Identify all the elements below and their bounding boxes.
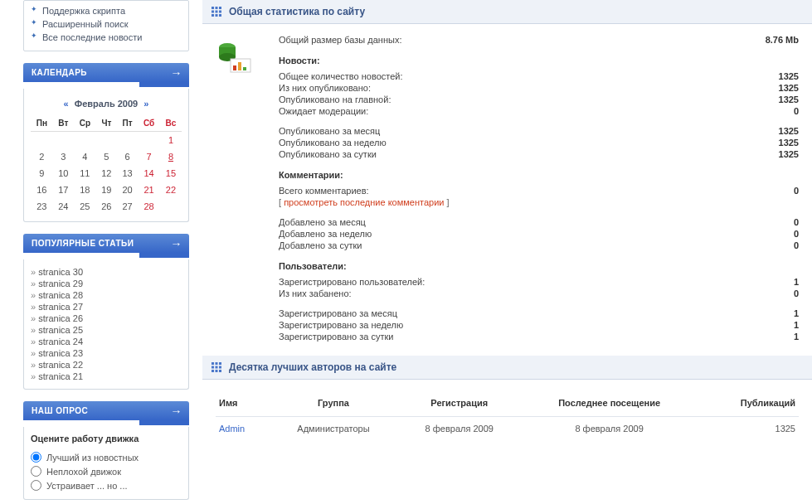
calendar-day[interactable]: 16: [31, 182, 53, 198]
popular-item[interactable]: stranica 22: [31, 359, 182, 371]
poll-option-label: Лучший из новостных: [46, 453, 139, 463]
stat-label: Опубликовано на главной:: [279, 94, 716, 104]
calendar-day[interactable]: 15: [160, 165, 182, 182]
stat-value: 1325: [716, 138, 799, 148]
author-link[interactable]: Admin: [219, 424, 245, 434]
calendar-day[interactable]: 27: [117, 198, 138, 215]
calendar-day[interactable]: 6: [117, 148, 138, 165]
calendar-day[interactable]: 19: [96, 182, 117, 198]
svg-rect-18: [219, 362, 221, 365]
authors-panel-header: Десятка лучших авторов на сайте: [202, 356, 812, 380]
svg-rect-13: [233, 65, 236, 70]
popular-item[interactable]: stranica 23: [31, 347, 182, 359]
calendar-day[interactable]: 10: [53, 165, 74, 182]
menu-label: Поддержка скрипта: [42, 6, 125, 16]
accent-bar: [23, 420, 189, 425]
calendar-dayhead: Вт: [53, 115, 74, 132]
svg-rect-4: [216, 11, 218, 13]
calendar-day[interactable]: 20: [117, 182, 138, 198]
menu-item-allnews[interactable]: Все последние новости: [31, 31, 182, 44]
calendar-day: [117, 132, 138, 149]
calendar-dayhead: Чт: [96, 115, 117, 132]
stat-value: 1325: [716, 83, 799, 93]
calendar-day[interactable]: 26: [96, 198, 117, 215]
svg-rect-3: [212, 11, 214, 13]
calendar-header: КАЛЕНДАРЬ →: [23, 63, 189, 82]
th-last: Последнее посещение: [521, 393, 698, 417]
stat-row: Зарегистрировано за неделю1: [279, 319, 799, 331]
stat-value: 0: [716, 186, 799, 196]
calendar-day[interactable]: 28: [138, 198, 160, 215]
calendar-day[interactable]: 13: [117, 165, 138, 182]
svg-rect-16: [212, 362, 214, 365]
calendar-day[interactable]: 11: [74, 165, 96, 182]
popular-list: stranica 30stranica 29stranica 28stranic…: [31, 266, 182, 382]
th-name: Имя: [216, 393, 269, 417]
calendar-next[interactable]: »: [143, 99, 148, 109]
popular-item[interactable]: stranica 27: [31, 301, 182, 313]
calendar-dayhead: Ср: [74, 115, 96, 132]
calendar-day[interactable]: 23: [31, 198, 53, 215]
accent-bar: [23, 82, 189, 87]
poll-radio[interactable]: [31, 452, 41, 463]
stat-label: Зарегистрировано за сутки: [279, 332, 716, 342]
calendar-day: [160, 198, 182, 215]
calendar-day[interactable]: 17: [53, 182, 74, 198]
poll-option[interactable]: Неплохой движок: [31, 464, 182, 478]
arrow-right-icon: →: [171, 237, 183, 250]
menu-item-support[interactable]: Поддержка скрипта: [31, 4, 182, 17]
stat-label: Опубликовано за сутки: [279, 149, 716, 159]
stat-label: Добавлено за неделю: [279, 229, 716, 239]
popular-item[interactable]: stranica 28: [31, 289, 182, 301]
stat-row-link: [ просмотреть последние комментарии ]: [279, 196, 799, 208]
calendar-prev[interactable]: «: [64, 99, 69, 109]
calendar-dayhead: Пн: [31, 115, 53, 132]
popular-item[interactable]: stranica 21: [31, 371, 182, 382]
calendar-day[interactable]: 5: [96, 148, 117, 165]
calendar-day[interactable]: 2: [31, 148, 53, 165]
stat-row: Добавлено за сутки0: [279, 240, 799, 251]
view-comments-link[interactable]: просмотреть последние комментарии: [284, 197, 444, 207]
calendar-day[interactable]: 18: [74, 182, 96, 198]
author-last: 8 февраля 2009: [521, 417, 698, 441]
author-pub: 1325: [698, 417, 799, 441]
popular-item[interactable]: stranica 26: [31, 313, 182, 324]
svg-rect-14: [238, 62, 241, 70]
stat-label: Добавлено за месяц: [279, 217, 716, 227]
stat-label: Общий размер базы данных:: [279, 35, 716, 45]
popular-title: ПОПУЛЯРНЫЕ СТАТЬИ: [32, 239, 134, 248]
poll-radio[interactable]: [31, 466, 41, 477]
calendar-day[interactable]: 9: [31, 165, 53, 182]
calendar-day[interactable]: 8: [160, 148, 182, 165]
menu-item-search[interactable]: Расширенный поиск: [31, 17, 182, 31]
stat-section-users: Пользователи:: [279, 261, 799, 271]
grip-icon: [211, 6, 222, 17]
poll-question: Оцените работу движка: [31, 434, 182, 443]
calendar-day[interactable]: 1: [160, 132, 182, 149]
calendar-day[interactable]: 22: [160, 182, 182, 198]
stat-label: Из них забанено:: [279, 288, 716, 298]
calendar-day[interactable]: 3: [53, 148, 74, 165]
calendar-day[interactable]: 25: [74, 198, 96, 215]
calendar-day[interactable]: 24: [53, 198, 74, 215]
bullet-icon: [31, 34, 37, 41]
popular-item[interactable]: stranica 29: [31, 278, 182, 289]
poll-option[interactable]: Лучший из новостных: [31, 450, 182, 464]
stat-row: Опубликовано за сутки1325: [279, 148, 799, 160]
svg-rect-0: [212, 7, 214, 9]
stat-label: Ожидает модерации:: [279, 106, 716, 116]
calendar-day[interactable]: 12: [96, 165, 117, 182]
calendar-day[interactable]: 7: [138, 148, 160, 165]
poll-option[interactable]: Устраивает ... но ...: [31, 478, 182, 492]
menu-label: Расширенный поиск: [42, 19, 129, 29]
calendar-day[interactable]: 4: [74, 148, 96, 165]
calendar-day[interactable]: 14: [138, 165, 160, 182]
popular-item[interactable]: stranica 25: [31, 324, 182, 336]
poll-radio[interactable]: [31, 480, 41, 491]
stats-title: Общая статистика по сайту: [229, 6, 365, 17]
stat-value: 8.76 Mb: [716, 35, 799, 45]
calendar-day[interactable]: 21: [138, 182, 160, 198]
popular-item[interactable]: stranica 30: [31, 266, 182, 278]
svg-rect-15: [243, 67, 246, 70]
popular-item[interactable]: stranica 24: [31, 336, 182, 347]
